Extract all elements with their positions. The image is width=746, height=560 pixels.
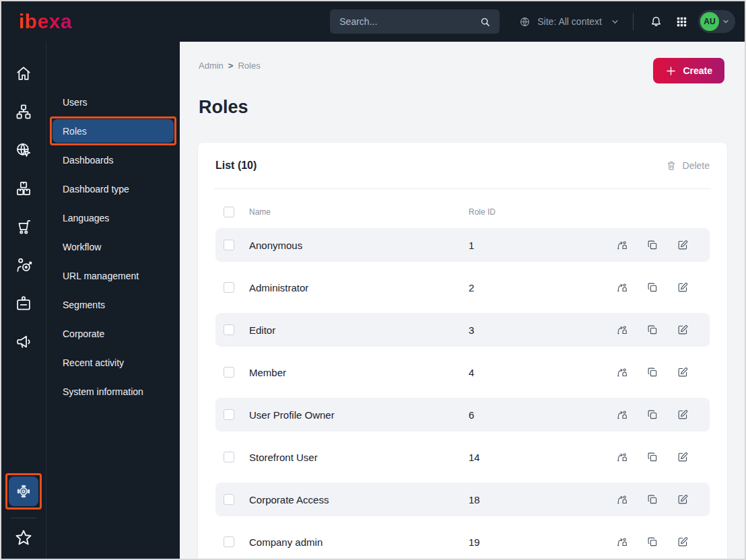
selected-item-highlight-box: Roles [50, 116, 176, 145]
column-header-role-id: Role ID [469, 207, 700, 217]
row-checkbox[interactable] [224, 494, 234, 505]
table-row: Editor 3 [215, 313, 710, 347]
role-name-link[interactable]: Company admin [249, 536, 469, 548]
copy-icon[interactable] [646, 324, 658, 336]
row-actions [616, 281, 699, 293]
role-name-link[interactable]: Member [249, 367, 469, 378]
table-row: Anonymous 1 [215, 228, 710, 262]
rail-divider [11, 518, 36, 518]
table-header: Name Role ID [215, 189, 710, 217]
copy-icon[interactable] [646, 536, 658, 548]
content-tree-icon[interactable] [12, 100, 35, 123]
edit-icon[interactable] [677, 324, 689, 336]
search-icon[interactable] [479, 15, 491, 28]
edit-icon[interactable] [677, 451, 689, 463]
admin-menu: UsersRolesDashboardsDashboard typeLangua… [46, 42, 180, 559]
copy-icon[interactable] [646, 239, 658, 251]
list-count-title: List (10) [215, 160, 257, 172]
row-checkbox[interactable] [224, 240, 234, 250]
edit-icon[interactable] [677, 239, 689, 251]
star-icon [13, 528, 34, 548]
ibexa-logo[interactable]: ibexa [19, 11, 72, 32]
sidebar-item-languages[interactable]: Languages [46, 203, 180, 232]
breadcrumb: Admin>Roles [199, 58, 261, 71]
role-name-link[interactable]: Anonymous [249, 240, 469, 251]
role-name-link[interactable]: Administrator [249, 282, 469, 293]
sidebar-item-url-management[interactable]: URL management [46, 261, 180, 290]
site-icon[interactable] [12, 139, 35, 162]
row-checkbox[interactable] [224, 536, 234, 547]
row-checkbox[interactable] [224, 282, 234, 293]
corporate-badge-icon[interactable] [12, 292, 35, 315]
table-row: Company admin 19 [215, 525, 710, 559]
sidebar-item-dashboard-type[interactable]: Dashboard type [46, 174, 180, 203]
bell-icon [649, 15, 663, 29]
assign-user-icon[interactable] [616, 536, 628, 548]
chevron-down-icon [722, 18, 730, 26]
role-id-value: 3 [469, 324, 616, 336]
assign-user-icon[interactable] [616, 451, 628, 463]
user-menu[interactable]: AU [698, 10, 735, 33]
edit-icon[interactable] [677, 366, 689, 378]
create-button[interactable]: Create [653, 58, 724, 83]
assign-user-icon[interactable] [616, 366, 628, 378]
sidebar-item-roles[interactable]: Roles [53, 119, 174, 143]
assign-user-icon[interactable] [616, 493, 628, 505]
assign-user-icon[interactable] [616, 239, 628, 251]
sidebar-item-dashboards[interactable]: Dashboards [46, 145, 180, 174]
roles-table-body: Anonymous 1 [215, 228, 710, 559]
edit-icon[interactable] [677, 536, 689, 548]
rail-bottom-group [5, 473, 42, 552]
breadcrumb-roles[interactable]: Roles [238, 61, 260, 71]
sidebar-item-users[interactable]: Users [46, 88, 180, 116]
notifications-button[interactable] [646, 11, 666, 32]
settings-button[interactable] [9, 477, 38, 506]
search-input[interactable] [339, 16, 479, 27]
row-checkbox[interactable] [224, 367, 234, 378]
role-name-link[interactable]: Editor [249, 324, 469, 336]
site-context-label: Site: All context [537, 16, 602, 27]
gear-icon [14, 482, 33, 501]
icon-rail [1, 42, 46, 559]
sidebar-item-segments[interactable]: Segments [46, 290, 180, 319]
page-title: Roles [199, 97, 724, 118]
role-name-link[interactable]: User Profile Owner [249, 409, 469, 421]
ibexa-admin-window: ibexa Site: All context [0, 0, 746, 560]
row-actions [616, 536, 699, 548]
home-icon[interactable] [12, 62, 35, 85]
customers-icon[interactable] [12, 254, 35, 277]
role-id-value: 6 [469, 409, 616, 421]
edit-icon[interactable] [677, 493, 689, 505]
global-search[interactable] [330, 9, 500, 34]
role-name-link[interactable]: Corporate Access [249, 494, 469, 505]
assign-user-icon[interactable] [616, 324, 628, 336]
assign-user-icon[interactable] [616, 409, 628, 421]
row-actions [616, 239, 699, 251]
commerce-cart-icon[interactable] [12, 215, 35, 238]
sidebar-item-system-information[interactable]: System information [46, 377, 180, 406]
row-checkbox[interactable] [224, 324, 234, 335]
assign-user-icon[interactable] [616, 281, 628, 293]
app-switcher-button[interactable] [671, 11, 691, 32]
site-context-selector[interactable]: Site: All context [518, 15, 619, 28]
copy-icon[interactable] [646, 493, 658, 505]
favorites-button[interactable] [13, 528, 34, 552]
delete-button[interactable]: Delete [665, 160, 710, 172]
row-checkbox[interactable] [224, 409, 234, 420]
sidebar-item-workflow[interactable]: Workflow [46, 232, 180, 261]
row-actions [616, 409, 699, 421]
marketing-megaphone-icon[interactable] [12, 330, 35, 353]
product-catalog-icon[interactable] [12, 177, 35, 200]
role-name-link[interactable]: Storefront User [249, 452, 469, 463]
breadcrumb-admin[interactable]: Admin [199, 61, 224, 71]
sidebar-item-recent-activity[interactable]: Recent activity [46, 348, 180, 377]
copy-icon[interactable] [646, 451, 658, 463]
copy-icon[interactable] [646, 366, 658, 378]
copy-icon[interactable] [646, 409, 658, 421]
select-all-checkbox[interactable] [224, 207, 234, 217]
edit-icon[interactable] [677, 409, 689, 421]
copy-icon[interactable] [646, 281, 658, 293]
row-checkbox[interactable] [224, 452, 234, 462]
edit-icon[interactable] [677, 281, 689, 293]
sidebar-item-corporate[interactable]: Corporate [46, 319, 180, 348]
